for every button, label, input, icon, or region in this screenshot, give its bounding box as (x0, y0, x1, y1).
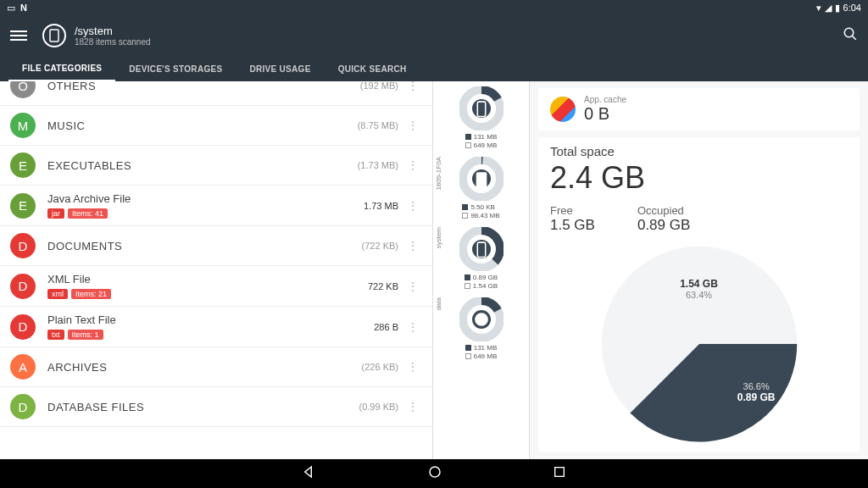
more-icon[interactable]: ⋮ (403, 203, 422, 208)
free-value: 1.54 GB (473, 282, 498, 290)
category-list: O OTHERS (192 MB) ⋮ M MUSIC (8.75 MB) ⋮ … (0, 81, 432, 459)
used-value: 131 MB (474, 133, 498, 141)
cache-label: App. cache (584, 95, 626, 104)
row-size: (192 MB) (360, 81, 398, 91)
used-value: 5.50 KB (470, 203, 494, 211)
more-icon[interactable]: ⋮ (403, 123, 422, 128)
list-item[interactable]: D DATABASE FILES (0.99 KB) ⋮ (0, 387, 432, 427)
recent-button[interactable] (553, 465, 566, 482)
ext-badge: jar (47, 208, 64, 219)
donut-item[interactable]: 131 MB 649 MB (433, 86, 529, 150)
page-subtitle: 1828 items scanned (75, 37, 151, 47)
battery-icon: ▮ (835, 3, 840, 14)
row-title: Plain Text File (47, 313, 374, 326)
row-title: Java Archive File (47, 192, 364, 205)
ext-badge: xml (47, 289, 68, 299)
tab-file-categories[interactable]: FILE CATEGORIES (8, 56, 115, 81)
sd-icon (472, 169, 491, 188)
pie-occ-value: 0.89 GB (737, 391, 776, 403)
storage-donuts: 131 MB 649 MB 1809-1F0A 5.50 KB 98.43 MB… (432, 81, 530, 459)
home-button[interactable] (427, 464, 442, 483)
search-button[interactable] (843, 26, 858, 45)
back-button[interactable] (302, 464, 317, 483)
more-icon[interactable]: ⋮ (403, 243, 422, 248)
row-title: OTHERS (47, 81, 360, 92)
donut-item[interactable]: 1809-1F0A 5.50 KB 98.43 MB (433, 157, 529, 220)
notification-icon: ▭ (7, 3, 17, 13)
list-item[interactable]: A ARCHIVES (226 KB) ⋮ (0, 347, 432, 387)
pie-occ-pct: 36.6% (737, 381, 776, 391)
row-title: XML File (47, 273, 368, 286)
used-value: 0.89 GB (473, 274, 498, 281)
tabs: FILE CATEGORIES DEVICE'S STORAGES DRIVE … (0, 56, 868, 81)
phone-icon (472, 99, 491, 118)
list-item[interactable]: E EXECUTABLES (1.73 MB) ⋮ (0, 146, 432, 186)
menu-button[interactable] (10, 28, 27, 43)
free-value: 1.5 GB (550, 217, 595, 234)
list-item[interactable]: M MUSIC (8.75 MB) ⋮ (0, 106, 432, 146)
space-total: 2.4 GB (550, 160, 848, 196)
svg-rect-13 (555, 468, 565, 477)
pie-free-pct: 63.4% (680, 290, 718, 300)
more-icon[interactable]: ⋮ (403, 83, 422, 88)
svg-point-10 (475, 313, 488, 326)
tab-drive-usage[interactable]: DRIVE USAGE (236, 56, 324, 81)
free-value: 98.43 MB (470, 212, 499, 219)
pie-free-value: 1.54 GB (680, 278, 718, 290)
total-space-card: Total space 2.4 GB Free 1.5 GB Occupied … (538, 137, 860, 452)
page-title: /system (75, 25, 151, 37)
row-size: 286 B (374, 322, 398, 332)
row-size: (8.75 MB) (358, 120, 398, 130)
row-title: DOCUMENTS (47, 240, 362, 252)
used-value: 131 MB (474, 344, 498, 352)
android-icon (472, 310, 491, 329)
n-icon: N (20, 3, 31, 13)
donut-item[interactable]: data 131 MB 649 MB (433, 297, 529, 361)
items-badge: Items: 1 (68, 330, 103, 340)
more-icon[interactable]: ⋮ (403, 163, 422, 168)
list-item[interactable]: D XML File xmlItems: 21 722 KB ⋮ (0, 266, 432, 307)
svg-rect-4 (477, 102, 485, 116)
items-badge: Items: 41 (68, 208, 108, 219)
space-title: Total space (550, 144, 848, 158)
category-avatar: D (10, 233, 36, 258)
list-item[interactable]: D Plain Text File txtItems: 1 286 B ⋮ (0, 307, 432, 347)
category-avatar: E (10, 152, 36, 178)
row-size: (722 KB) (362, 241, 398, 251)
row-size: (1.73 MB) (358, 160, 398, 170)
category-avatar: A (10, 354, 36, 380)
list-item[interactable]: O OTHERS (192 MB) ⋮ (0, 81, 432, 106)
svg-rect-0 (50, 30, 58, 42)
cache-icon (550, 97, 576, 122)
app-bar: /system 1828 items scanned (0, 15, 868, 56)
more-icon[interactable]: ⋮ (403, 324, 422, 330)
more-icon[interactable]: ⋮ (403, 364, 422, 369)
category-avatar: E (10, 193, 36, 219)
donut-item[interactable]: system 0.89 GB 1.54 GB (433, 227, 529, 291)
signal-icon: ◢ (825, 3, 832, 14)
clock: 6:04 (843, 3, 861, 13)
more-icon[interactable]: ⋮ (403, 404, 422, 409)
row-title: EXECUTABLES (47, 159, 358, 172)
row-size: (226 KB) (362, 362, 398, 372)
svg-point-12 (430, 467, 440, 477)
donut-label: system (435, 227, 442, 248)
category-avatar: D (10, 314, 36, 340)
space-pie-chart: 1.54 GB 63.4% 36.6% 0.89 GB (598, 242, 801, 446)
free-label: Free (550, 204, 595, 217)
status-bar: ▭ N ▾ ◢ ▮ 6:04 (0, 0, 868, 15)
ext-badge: txt (47, 330, 64, 340)
occupied-value: 0.89 GB (637, 217, 690, 234)
app-cache-card[interactable]: App. cache 0 B (538, 88, 860, 130)
more-icon[interactable]: ⋮ (403, 284, 422, 289)
list-item[interactable]: D DOCUMENTS (722 KB) ⋮ (0, 226, 432, 266)
row-title: DATABASE FILES (47, 401, 359, 413)
list-item[interactable]: E Java Archive File jarItems: 41 1.73 MB… (0, 186, 432, 226)
tab-quick-search[interactable]: QUICK SEARCH (325, 56, 420, 81)
svg-rect-6 (476, 172, 487, 188)
row-size: 1.73 MB (364, 201, 398, 211)
phone-icon (472, 240, 491, 258)
row-title: ARCHIVES (47, 361, 362, 374)
cache-value: 0 B (584, 104, 626, 124)
tab-device-storages[interactable]: DEVICE'S STORAGES (115, 56, 236, 81)
